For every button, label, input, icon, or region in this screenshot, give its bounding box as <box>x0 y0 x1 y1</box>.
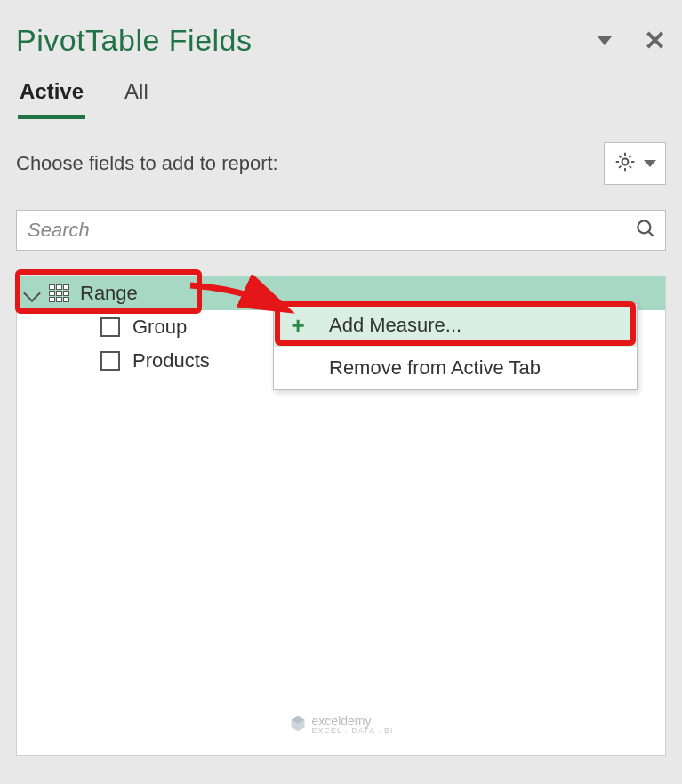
plus-icon: + <box>285 314 311 337</box>
search-wrap <box>16 210 666 251</box>
gear-icon <box>614 150 637 177</box>
close-icon[interactable]: ✕ <box>644 28 666 54</box>
table-icon <box>49 284 69 302</box>
menu-item-label: Remove from Active Tab <box>329 356 541 380</box>
pane-options-dropdown-icon[interactable] <box>598 36 612 45</box>
instruction-row: Choose fields to add to report: <box>16 142 666 185</box>
tabs: Active All <box>16 74 666 119</box>
checkbox-group[interactable] <box>100 317 120 337</box>
instruction-text: Choose fields to add to report: <box>16 152 278 175</box>
watermark-name: exceldemy <box>312 715 394 727</box>
field-item-label: Group <box>132 316 187 339</box>
context-menu: + Add Measure... Remove from Active Tab <box>273 303 638 390</box>
field-list[interactable]: Range Group Products + Add Measure... Re… <box>16 276 666 756</box>
watermark-logo-icon <box>289 715 307 735</box>
pane-header: PivotTable Fields ✕ <box>16 18 666 74</box>
search-icon[interactable] <box>634 217 657 244</box>
pane-title: PivotTable Fields <box>16 23 253 58</box>
field-item-label: Products <box>132 349 210 372</box>
svg-line-2 <box>648 231 653 236</box>
field-list-tools-button[interactable] <box>604 142 666 185</box>
menu-item-remove-from-active-tab[interactable]: Remove from Active Tab <box>274 347 637 389</box>
header-controls: ✕ <box>598 28 666 54</box>
menu-item-label: Add Measure... <box>329 314 461 337</box>
watermark: exceldemy EXCEL · DATA · BI <box>289 715 394 735</box>
chevron-down-icon <box>644 160 656 167</box>
field-table-label: Range <box>80 282 138 305</box>
pivottable-fields-pane: PivotTable Fields ✕ Active All Choose fi… <box>16 18 666 768</box>
tab-active[interactable]: Active <box>18 74 85 119</box>
watermark-tagline: EXCEL · DATA · BI <box>312 727 394 735</box>
collapse-icon[interactable] <box>23 284 41 302</box>
search-input[interactable] <box>16 210 666 251</box>
checkbox-products[interactable] <box>100 351 120 371</box>
tab-all[interactable]: All <box>123 74 150 119</box>
menu-item-add-measure[interactable]: + Add Measure... <box>274 304 637 347</box>
svg-point-1 <box>638 220 650 233</box>
svg-point-0 <box>622 159 629 165</box>
